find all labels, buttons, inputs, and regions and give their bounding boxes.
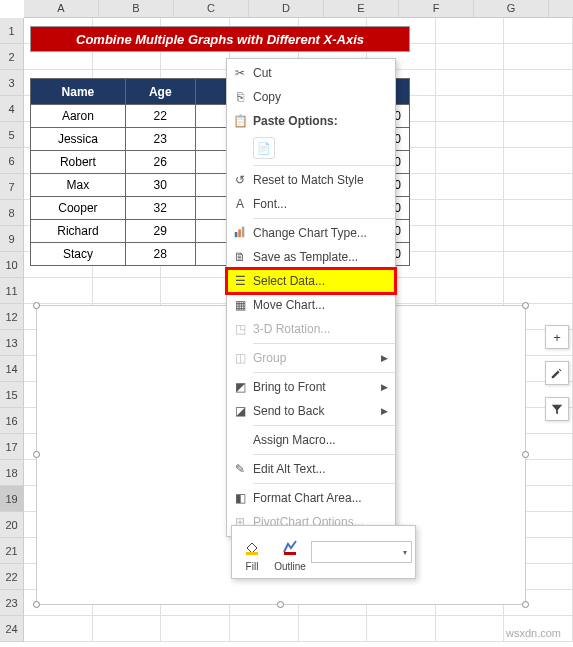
- chart-styles-button[interactable]: [545, 361, 569, 385]
- column-headers[interactable]: A B C D E F G: [24, 0, 573, 18]
- template-icon: 🗎: [227, 250, 253, 264]
- row-header[interactable]: 23: [0, 590, 24, 616]
- row-header[interactable]: 21: [0, 538, 24, 564]
- col-header[interactable]: E: [324, 0, 399, 17]
- menu-font[interactable]: AFont...: [227, 192, 395, 216]
- fill-icon: [243, 533, 261, 561]
- cell-age[interactable]: 29: [125, 220, 195, 243]
- row-header[interactable]: 20: [0, 512, 24, 538]
- cell-name[interactable]: Aaron: [31, 105, 126, 128]
- resize-handle[interactable]: [277, 601, 284, 608]
- menu-copy[interactable]: ⎘Copy: [227, 85, 395, 109]
- fill-label: Fill: [246, 561, 259, 572]
- cell-name[interactable]: Jessica: [31, 128, 126, 151]
- menu-separator: [253, 454, 395, 455]
- cell-name[interactable]: Stacy: [31, 243, 126, 266]
- menu-assign-macro[interactable]: Assign Macro...: [227, 428, 395, 452]
- menu-select-data[interactable]: ☰Select Data...: [227, 269, 395, 293]
- cell-name[interactable]: Max: [31, 174, 126, 197]
- fill-button[interactable]: Fill: [235, 533, 269, 572]
- row-header[interactable]: 17: [0, 434, 24, 460]
- row-header[interactable]: 18: [0, 460, 24, 486]
- svg-rect-4: [284, 552, 296, 555]
- menu-edit-alt-text[interactable]: ✎Edit Alt Text...: [227, 457, 395, 481]
- row-header[interactable]: 9: [0, 226, 24, 252]
- col-header[interactable]: C: [174, 0, 249, 17]
- row-header[interactable]: 10: [0, 252, 24, 278]
- row-header[interactable]: 7: [0, 174, 24, 200]
- style-dropdown[interactable]: ▾: [311, 541, 412, 563]
- row-header[interactable]: 15: [0, 382, 24, 408]
- chart-side-buttons: +: [545, 325, 569, 433]
- resize-handle[interactable]: [522, 601, 529, 608]
- row-header[interactable]: 6: [0, 148, 24, 174]
- cell-name[interactable]: Cooper: [31, 197, 126, 220]
- resize-handle[interactable]: [33, 451, 40, 458]
- rotation-icon: ◳: [227, 322, 253, 336]
- bring-front-icon: ◩: [227, 380, 253, 394]
- menu-format-chart-area[interactable]: ◧Format Chart Area...: [227, 486, 395, 510]
- resize-handle[interactable]: [33, 302, 40, 309]
- cell-age[interactable]: 26: [125, 151, 195, 174]
- row-header[interactable]: 8: [0, 200, 24, 226]
- row-header[interactable]: 2: [0, 44, 24, 70]
- chart-filter-button[interactable]: [545, 397, 569, 421]
- cell-age[interactable]: 23: [125, 128, 195, 151]
- row-header[interactable]: 24: [0, 616, 24, 642]
- outline-button[interactable]: Outline: [273, 533, 307, 572]
- svg-rect-1: [238, 229, 241, 237]
- menu-send-to-back[interactable]: ◪Send to Back▶: [227, 399, 395, 423]
- col-header[interactable]: D: [249, 0, 324, 17]
- outline-label: Outline: [274, 561, 306, 572]
- row-header[interactable]: 13: [0, 330, 24, 356]
- outline-icon: [281, 533, 299, 561]
- col-header[interactable]: A: [24, 0, 99, 17]
- menu-change-chart-type[interactable]: Change Chart Type...: [227, 221, 395, 245]
- menu-separator: [253, 218, 395, 219]
- cell-age[interactable]: 28: [125, 243, 195, 266]
- row-header[interactable]: 12: [0, 304, 24, 330]
- cell-age[interactable]: 22: [125, 105, 195, 128]
- row-headers[interactable]: 1 2 3 4 5 6 7 8 9 10 11 12 13 14 15 16 1…: [0, 18, 24, 642]
- menu-save-as-template[interactable]: 🗎Save as Template...: [227, 245, 395, 269]
- col-header[interactable]: F: [399, 0, 474, 17]
- resize-handle[interactable]: [33, 601, 40, 608]
- cell-age[interactable]: 32: [125, 197, 195, 220]
- format-icon: ◧: [227, 491, 253, 505]
- paste-options-row: 📄: [227, 133, 395, 163]
- resize-handle[interactable]: [522, 451, 529, 458]
- chart-elements-button[interactable]: +: [545, 325, 569, 349]
- resize-handle[interactable]: [522, 302, 529, 309]
- send-back-icon: ◪: [227, 404, 253, 418]
- row-header[interactable]: 19: [0, 486, 24, 512]
- paste-option-button[interactable]: 📄: [253, 137, 275, 159]
- menu-separator: [253, 343, 395, 344]
- cell-age[interactable]: 30: [125, 174, 195, 197]
- menu-bring-to-front[interactable]: ◩Bring to Front▶: [227, 375, 395, 399]
- menu-cut[interactable]: ✂Cut: [227, 61, 395, 85]
- row-header[interactable]: 5: [0, 122, 24, 148]
- cell-name[interactable]: Richard: [31, 220, 126, 243]
- cell-name[interactable]: Robert: [31, 151, 126, 174]
- paste-icon: 📋: [227, 114, 253, 128]
- col-header[interactable]: B: [99, 0, 174, 17]
- row-header[interactable]: 4: [0, 96, 24, 122]
- row-header[interactable]: 16: [0, 408, 24, 434]
- col-header[interactable]: G: [474, 0, 549, 17]
- chart-icon: [227, 225, 253, 242]
- menu-3d-rotation: ◳3-D Rotation...: [227, 317, 395, 341]
- menu-reset-match-style[interactable]: ↺Reset to Match Style: [227, 168, 395, 192]
- watermark: wsxdn.com: [506, 627, 561, 639]
- row-header[interactable]: 1: [0, 18, 24, 44]
- select-data-icon: ☰: [227, 274, 253, 288]
- svg-rect-3: [246, 552, 258, 555]
- context-menu: ✂Cut ⎘Copy 📋Paste Options: 📄 ↺Reset to M…: [226, 58, 396, 537]
- row-header[interactable]: 22: [0, 564, 24, 590]
- row-header[interactable]: 11: [0, 278, 24, 304]
- row-header[interactable]: 14: [0, 356, 24, 382]
- menu-move-chart[interactable]: ▦Move Chart...: [227, 293, 395, 317]
- move-chart-icon: ▦: [227, 298, 253, 312]
- copy-icon: ⎘: [227, 90, 253, 104]
- menu-separator: [253, 425, 395, 426]
- row-header[interactable]: 3: [0, 70, 24, 96]
